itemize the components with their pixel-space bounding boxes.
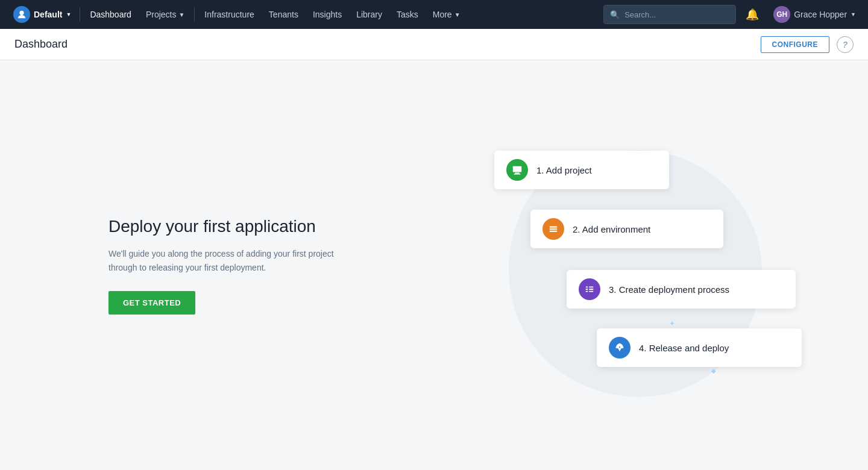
steps-container: 1. Add project 2. Add environment [434,114,844,416]
step-card-2: 2. Add environment [530,210,723,248]
main-title: Deploy your first application [108,216,344,237]
brand-logo [13,6,30,23]
nav-divider-2 [194,7,195,22]
svg-rect-9 [586,289,588,290]
svg-rect-11 [586,291,588,292]
brand-selector[interactable]: Default ▼ [7,6,77,23]
svg-point-13 [618,346,621,348]
user-dropdown-arrow: ▼ [851,11,856,17]
main-description: We'll guide you along the process of add… [108,247,344,274]
svg-rect-10 [589,289,593,290]
user-name: Grace Hopper [794,10,847,19]
svg-rect-2 [515,173,519,174]
nav-item-projects[interactable]: Projects ▼ [139,0,192,29]
top-navigation: Default ▼ Dashboard Projects ▼ Infrastru… [0,0,868,29]
step-3-label: 3. Create deployment process [609,284,729,295]
search-icon: 🔍 [610,10,620,19]
svg-rect-1 [513,166,521,172]
step-card-3: 3. Create deployment process [567,270,796,309]
nav-item-insights[interactable]: Insights [306,0,349,29]
step-1-label: 1. Add project [536,165,592,175]
nav-item-tasks[interactable]: Tasks [389,0,426,29]
brand-name: Default [34,10,62,19]
header-actions: CONFIGURE ? [761,36,854,53]
avatar: GH [773,6,790,23]
get-started-button[interactable]: GET STARTED [108,291,195,315]
onboarding-visual: ✦ ✦ ✦ ✦ ✦ ✦ ✦ ◆ 1. Add project [410,60,868,470]
more-dropdown-icon: ▼ [454,11,461,18]
nav-right-area: 🔍 🔔 GH Grace Hopper ▼ [603,5,861,24]
svg-rect-5 [550,228,558,230]
svg-rect-6 [550,231,558,232]
step-3-icon [579,278,600,300]
nav-item-infrastructure[interactable]: Infrastructure [197,0,261,29]
svg-rect-4 [550,227,558,228]
step-2-label: 2. Add environment [573,224,650,234]
step-2-icon [542,218,564,240]
nav-item-more[interactable]: More ▼ [426,0,468,29]
brand-dropdown-arrow: ▼ [66,11,71,17]
svg-rect-12 [589,291,593,292]
nav-divider-1 [80,7,80,22]
nav-item-library[interactable]: Library [349,0,389,29]
search-box[interactable]: 🔍 [603,5,736,24]
configure-button[interactable]: CONFIGURE [761,36,830,53]
svg-rect-3 [514,174,521,174]
intro-section: Deploy your first application We'll guid… [0,216,344,315]
svg-rect-7 [586,287,588,288]
search-input[interactable] [624,10,729,19]
step-4-label: 4. Release and deploy [639,343,729,353]
main-content: Deploy your first application We'll guid… [0,60,868,470]
user-menu[interactable]: GH Grace Hopper ▼ [769,6,861,23]
help-button[interactable]: ? [837,36,854,53]
notifications-bell[interactable]: 🔔 [741,5,764,24]
nav-item-tenants[interactable]: Tenants [262,0,306,29]
svg-rect-8 [589,287,593,288]
header-bar: Dashboard CONFIGURE ? [0,29,868,60]
projects-dropdown-icon: ▼ [178,11,184,18]
nav-item-dashboard[interactable]: Dashboard [83,0,139,29]
svg-point-0 [19,11,24,15]
step-1-icon [506,159,528,181]
step-card-4: 4. Release and deploy [597,328,802,367]
step-card-1: 1. Add project [494,151,669,189]
step-4-icon [609,337,631,359]
blob-container: ✦ ✦ ✦ ✦ ✦ ✦ ✦ ◆ 1. Add project [434,114,844,416]
page-title: Dashboard [14,38,68,51]
